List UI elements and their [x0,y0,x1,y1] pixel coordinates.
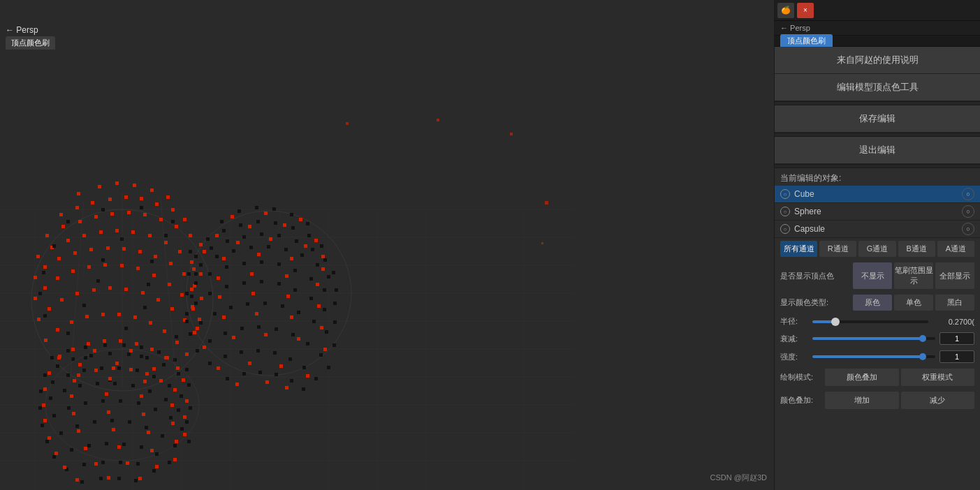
svg-rect-52 [66,239,70,242]
svg-rect-101 [56,328,59,332]
svg-rect-373 [47,371,51,375]
svg-rect-355 [122,443,126,446]
color-overlay-btn[interactable]: 增加 [825,392,899,409]
obj-action-btn[interactable]: ○ [962,223,974,235]
svg-rect-350 [173,444,177,447]
svg-rect-169 [226,239,229,243]
svg-rect-57 [148,234,152,237]
close-button[interactable]: × [797,3,814,18]
decay-slider[interactable] [812,337,935,340]
svg-rect-164 [291,226,295,230]
svg-rect-275 [290,315,293,319]
svg-rect-242 [275,373,278,376]
obj-list-item-cube[interactable]: ○ Cube ○ [775,186,980,203]
channel-btn-R通道[interactable]: R通道 [819,241,856,257]
edit-tool-button[interactable]: 编辑模型顶点色工具 [775,74,980,101]
svg-rect-340 [180,427,184,431]
display-type-btn[interactable]: 原色 [853,295,892,311]
svg-rect-250 [283,223,286,227]
svg-rect-315 [136,369,139,372]
svg-rect-342 [45,440,49,443]
svg-rect-292 [84,346,87,349]
strength-input[interactable] [939,350,974,363]
show-vertex-btn[interactable]: 全部显示 [935,262,974,289]
svg-rect-316 [152,375,156,378]
svg-rect-129 [171,220,175,223]
svg-rect-72 [182,272,186,276]
svg-rect-339 [169,416,173,420]
svg-rect-170 [242,235,246,239]
svg-rect-196 [309,277,313,281]
svg-rect-326 [131,384,135,387]
display-type-btn[interactable]: 黑白 [935,295,974,311]
svg-rect-191 [225,265,228,269]
svg-rect-188 [185,292,189,295]
obj-list-item-capsule[interactable]: ○ Capsule ○ [775,221,980,238]
svg-rect-36 [155,202,159,206]
svg-rect-370 [93,349,96,352]
svg-rect-415 [510,133,513,135]
svg-rect-287 [265,380,269,384]
svg-rect-346 [110,419,114,422]
svg-rect-141 [190,295,193,298]
svg-rect-66 [89,248,93,251]
usage-info-button[interactable]: 来自阿赵的使用说明 [775,47,980,74]
svg-rect-195 [293,269,297,272]
svg-rect-181 [249,246,253,249]
svg-rect-39 [45,234,49,237]
svg-rect-162 [256,220,260,223]
icon-button-1[interactable]: 🍊 [777,3,794,18]
svg-rect-67 [106,246,110,250]
obj-list-item-sphere[interactable]: ○ Sphere ○ [775,203,980,221]
display-type-btn[interactable]: 单色 [894,295,933,311]
svg-rect-330 [185,420,189,424]
panel-content: ← Persp 顶点颜色刷 来自阿赵的使用说明 编辑模型顶点色工具 保存编辑 退… [775,21,980,490]
channel-btn-所有通道[interactable]: 所有通道 [780,241,817,257]
show-vertices-row: 是否显示顶点色 不显示笔刷范围显示全部显示 [775,260,980,292]
channel-btn-B通道[interactable]: B通道 [898,241,935,257]
exit-edit-button[interactable]: 退出编辑 [775,137,980,164]
paint-mode-btn[interactable]: 颜色叠加 [825,369,899,386]
radius-slider[interactable] [812,320,928,323]
svg-rect-327 [148,389,152,393]
obj-action-btn[interactable]: ○ [962,188,974,200]
svg-rect-123 [129,368,133,371]
paint-mode-btn[interactable]: 权重模式 [901,369,975,386]
svg-rect-115 [119,339,122,343]
viewport[interactable]: ← Persp 顶点颜色刷 CSDN @阿赵3D [0,0,774,490]
save-edit-button[interactable]: 保存编辑 [775,105,980,133]
svg-rect-112 [71,348,75,351]
svg-rect-391 [72,412,75,415]
svg-rect-138 [38,292,42,295]
show-vertex-btn[interactable]: 不显示 [853,262,892,289]
svg-rect-307 [177,372,180,376]
svg-rect-236 [288,357,292,361]
svg-rect-89 [47,307,51,311]
svg-rect-96 [156,298,160,302]
nav-tab-vertex[interactable]: 顶点颜色刷 [780,34,833,47]
channel-btn-G通道[interactable]: G通道 [858,241,895,257]
channel-btn-A通道[interactable]: A通道 [937,241,974,257]
svg-rect-259 [257,253,261,256]
svg-rect-230 [327,366,330,369]
decay-input[interactable] [939,332,974,345]
color-overlay-btn[interactable]: 减少 [901,392,975,409]
svg-rect-273 [222,315,226,319]
svg-rect-228 [306,342,309,346]
obj-action-btn[interactable]: ○ [962,205,974,218]
svg-rect-322 [63,389,66,392]
svg-rect-1 [0,0,774,490]
svg-rect-255 [304,244,307,248]
svg-rect-126 [66,220,70,223]
svg-rect-155 [255,206,258,209]
svg-rect-269 [251,292,255,295]
obj-icon: ○ [780,189,790,199]
show-vertex-btn[interactable]: 笔刷范围显示 [894,262,933,289]
svg-rect-186 [327,275,330,279]
svg-rect-190 [208,272,212,276]
svg-rect-184 [300,253,304,257]
strength-slider[interactable] [812,355,935,358]
svg-rect-75 [34,297,37,300]
svg-rect-193 [260,260,263,264]
svg-rect-257 [192,267,196,271]
